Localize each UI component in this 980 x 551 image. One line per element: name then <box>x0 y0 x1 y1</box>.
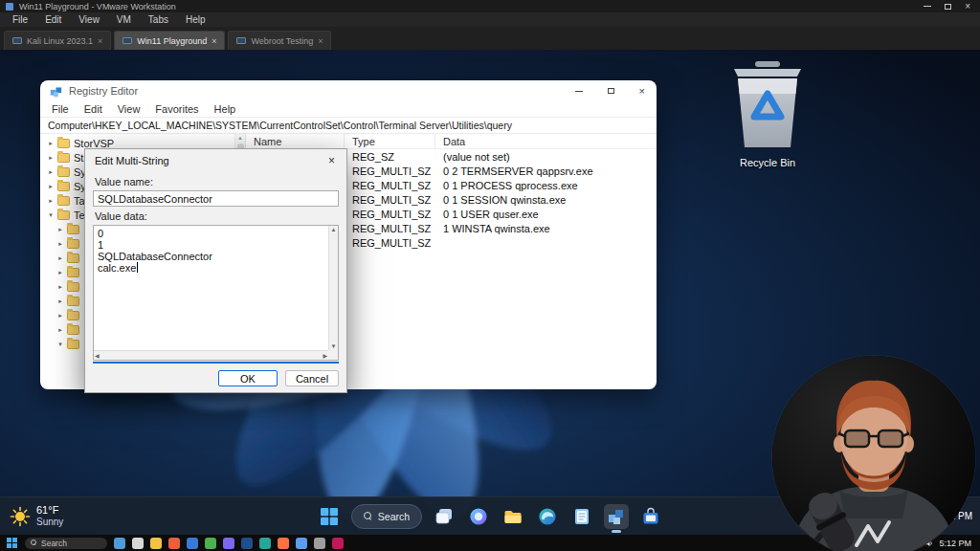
close-icon[interactable]: × <box>965 2 970 11</box>
chevron-right-icon[interactable]: ▸ <box>56 312 65 320</box>
chevron-right-icon[interactable]: ▸ <box>56 240 65 248</box>
menu-file[interactable]: File <box>4 14 36 25</box>
vm-tab-label: Kali Linux 2023.1 <box>27 36 93 46</box>
recycle-bin[interactable]: Recycle Bin <box>720 59 815 168</box>
host-app-icon-13[interactable] <box>332 538 344 549</box>
chevron-right-icon[interactable]: ▸ <box>56 326 65 334</box>
host-app-icon-9[interactable] <box>259 538 271 549</box>
chevron-right-icon[interactable]: ▸ <box>46 168 56 176</box>
vmware-menubar: File Edit View VM Tabs Help <box>0 12 980 27</box>
vm-tab-kali[interactable]: Kali Linux 2023.1 × <box>4 31 111 50</box>
tab-close-icon[interactable]: × <box>212 36 216 46</box>
menu-vm[interactable]: VM <box>108 14 140 25</box>
store-button[interactable] <box>638 504 663 529</box>
vmware-logo-icon <box>6 3 13 11</box>
weather-widget[interactable]: 61°F Sunny <box>10 497 63 535</box>
menu-view[interactable]: View <box>70 14 108 25</box>
chevron-right-icon[interactable]: ▸ <box>56 254 65 262</box>
vm-monitor-icon <box>12 37 22 44</box>
edge-button[interactable] <box>535 504 560 529</box>
webcam-overlay <box>772 356 975 551</box>
menu-help[interactable]: Help <box>177 14 214 25</box>
host-start-button[interactable] <box>7 538 18 549</box>
host-search[interactable]: Search <box>25 538 107 549</box>
host-app-icon-4[interactable] <box>168 538 180 549</box>
notepad-button[interactable] <box>569 504 594 529</box>
folder-icon <box>67 311 79 320</box>
registry-editor-taskbar-button[interactable] <box>604 504 629 529</box>
menu-tabs[interactable]: Tabs <box>140 14 177 25</box>
host-app-icon-12[interactable] <box>314 538 325 549</box>
host-app-icon-6[interactable] <box>205 538 216 549</box>
tab-close-icon[interactable]: × <box>98 36 102 46</box>
regedit-menu-file[interactable]: File <box>44 103 77 115</box>
file-explorer-button[interactable] <box>501 504 525 529</box>
vertical-scrollbar[interactable]: ▲ ▼ <box>328 226 338 350</box>
ok-button[interactable]: OK <box>218 370 278 386</box>
minimize-icon[interactable] <box>924 6 931 7</box>
cell-data: 1 WINSTA qwinsta.exe <box>435 223 657 234</box>
scroll-right-icon[interactable]: ▶ <box>323 353 327 359</box>
cell-data: 0 1 SESSION qwinsta.exe <box>435 194 657 206</box>
vm-tab-win11-playground[interactable]: Win11 Playground × <box>114 31 225 50</box>
task-view-button[interactable] <box>432 504 457 529</box>
recycle-bin-icon <box>726 59 809 151</box>
host-app-icon-3[interactable] <box>150 538 162 549</box>
registry-editor-icon <box>607 507 626 526</box>
start-button[interactable] <box>317 504 342 529</box>
minimize-icon[interactable] <box>575 91 583 92</box>
scroll-up-icon[interactable]: ▲ <box>237 135 243 141</box>
column-header-type[interactable]: Type <box>345 134 435 148</box>
close-icon[interactable]: × <box>639 86 645 96</box>
column-header-name[interactable]: Name <box>246 134 345 148</box>
maximize-icon[interactable] <box>608 88 614 94</box>
chevron-right-icon[interactable]: ▸ <box>46 140 56 147</box>
chevron-right-icon[interactable]: ▸ <box>56 226 65 233</box>
regedit-menu-help[interactable]: Help <box>207 103 244 115</box>
scroll-down-icon[interactable]: ▼ <box>331 343 337 349</box>
chevron-right-icon[interactable]: ▸ <box>46 154 56 162</box>
horizontal-scrollbar[interactable]: ◀ ▶ <box>94 350 328 360</box>
chevron-right-icon[interactable]: ▸ <box>56 269 65 276</box>
host-app-icon-8[interactable] <box>241 538 253 549</box>
host-app-icon-1[interactable] <box>114 538 125 549</box>
host-app-icon-11[interactable] <box>296 538 307 549</box>
vm-tab-webroot[interactable]: Webroot Testing × <box>228 31 331 50</box>
host-app-icon-5[interactable] <box>187 538 198 549</box>
maximize-icon[interactable] <box>945 4 951 10</box>
close-icon[interactable]: × <box>326 154 337 167</box>
dialog-titlebar[interactable]: Edit Multi-String × <box>85 149 346 172</box>
regedit-address-bar[interactable]: Computer\HKEY_LOCAL_MACHINE\SYSTEM\Curre… <box>40 118 657 134</box>
cell-type: REG_MULTI_SZ <box>345 165 435 177</box>
regedit-menu-favorites[interactable]: Favorites <box>147 103 206 115</box>
cell-data: 0 1 PROCESS qprocess.exe <box>435 180 657 191</box>
value-data-textarea[interactable]: 0 1 SQLDatabaseConnector calc.exe ▲ ▼ ◀ … <box>93 225 339 361</box>
copilot-button[interactable] <box>466 504 491 529</box>
folder-icon <box>67 325 79 335</box>
tab-close-icon[interactable]: × <box>318 36 323 46</box>
chevron-down-icon[interactable]: ▾ <box>56 341 65 348</box>
chevron-right-icon[interactable]: ▸ <box>46 197 56 205</box>
host-app-icon-10[interactable] <box>278 538 289 549</box>
scroll-up-icon[interactable]: ▲ <box>331 227 337 232</box>
host-app-icon-7[interactable] <box>223 538 234 549</box>
column-header-data[interactable]: Data <box>435 134 657 148</box>
host-app-icon-2[interactable] <box>132 538 144 549</box>
folder-icon <box>57 139 70 148</box>
menu-edit[interactable]: Edit <box>36 14 70 25</box>
regedit-titlebar[interactable]: Registry Editor × <box>40 80 657 101</box>
vmware-titlebar: Win11 Playground - VMware Workstation × <box>0 0 980 12</box>
scroll-left-icon[interactable]: ◀ <box>95 353 100 359</box>
regedit-menu-view[interactable]: View <box>110 103 148 115</box>
chevron-right-icon[interactable]: ▸ <box>46 183 56 190</box>
value-data-text[interactable]: 0 1 SQLDatabaseConnector calc.exe <box>94 226 328 350</box>
value-name-input[interactable] <box>93 190 339 207</box>
chevron-right-icon[interactable]: ▸ <box>56 283 65 291</box>
chevron-right-icon[interactable]: ▸ <box>56 298 65 305</box>
host-clock[interactable]: 5:12 PM <box>939 539 973 548</box>
chevron-down-icon[interactable]: ▾ <box>46 211 56 219</box>
taskbar-search[interactable]: Search <box>351 504 422 529</box>
edge-icon <box>538 507 557 526</box>
regedit-menu-edit[interactable]: Edit <box>77 103 110 115</box>
cancel-button[interactable]: Cancel <box>285 370 339 386</box>
